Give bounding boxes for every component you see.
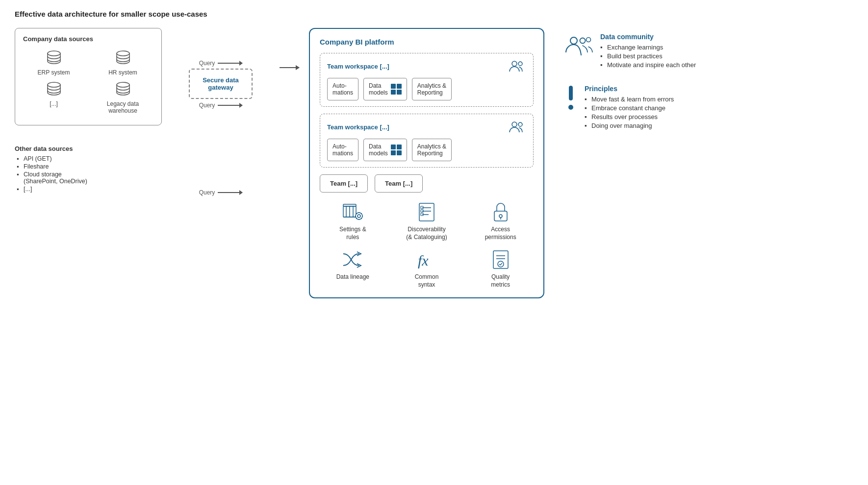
automations-item-2: Auto-mations [327, 139, 358, 161]
svg-point-38 [570, 37, 577, 44]
company-data-sources-box: Company data sources ERP system [15, 28, 162, 125]
legacy-label: Legacy data warehouse [92, 100, 153, 114]
workspace-1-title: Team workspace [...] [327, 63, 389, 70]
svg-rect-41 [569, 86, 573, 100]
community-bullet-2: Build best practices [600, 52, 696, 60]
access-permissions-icon-item: Accesspermissions [467, 201, 534, 241]
arrowhead-2 [239, 103, 243, 108]
shuffle-icon [341, 249, 364, 270]
data-lineage-icon-item: Data lineage [320, 249, 386, 289]
company-sources-title: Company data sources [23, 35, 153, 43]
settings-icon [341, 201, 364, 223]
principles-title: Principles [585, 85, 674, 93]
principles-bullets: Move fast & learn from errors Embrace co… [585, 96, 674, 129]
hr-label: HR system [108, 69, 137, 76]
svg-line-20 [357, 213, 357, 214]
query-arrow-2: Query [199, 102, 243, 109]
data-models-item-2: Datamodels [363, 139, 407, 161]
sq2 [397, 84, 402, 89]
certificate-icon [491, 249, 511, 270]
arrow-line-2 [218, 105, 242, 106]
bi-platform-title: Company BI platform [320, 38, 534, 46]
legacy-db-icon [114, 80, 132, 98]
team-2-label: Team [...] [385, 180, 412, 187]
other-sources-list: API (GET) Fileshare Cloud storage(ShareP… [15, 155, 162, 193]
team-1-label: Team [...] [330, 180, 357, 187]
fx-text: fx [418, 252, 429, 268]
svg-line-21 [361, 218, 362, 218]
platform-arrow-line [280, 67, 299, 68]
query-label-2: Query [199, 102, 215, 109]
platform-arrowhead [296, 65, 300, 70]
data-lineage-label: Data lineage [336, 273, 369, 281]
quality-metrics-icon-item: Qualitymetrics [467, 249, 534, 289]
principles-header: Principles Move fast & learn from errors… [564, 85, 853, 131]
quality-metrics-label: Qualitymetrics [491, 273, 510, 289]
workspace-2-title: Team workspace [...] [327, 123, 389, 131]
ellipsis-item: [...] [23, 80, 84, 114]
right-column: Data community Exchange learnings Build … [554, 28, 853, 146]
access-permissions-label: Accesspermissions [485, 226, 516, 241]
analytics-label-1: Analytics &Reporting [417, 82, 446, 96]
sq8 [397, 150, 402, 155]
data-community-bullets: Exchange learnings Build best practices … [600, 44, 696, 69]
team-workspace-2: Team workspace [...] Auto-mations Datamo… [320, 114, 534, 168]
discoverability-icon [417, 201, 436, 223]
hr-system-item: HR system [92, 48, 153, 76]
query-label-3: Query [199, 189, 215, 196]
svg-point-40 [587, 38, 591, 42]
svg-line-22 [361, 213, 362, 214]
arrowhead-1 [239, 61, 243, 66]
workspace-1-items: Auto-mations Datamodels Analytics &Repor… [327, 78, 526, 100]
lock-icon [491, 201, 510, 223]
gateway-box: Secure data gateway [189, 69, 253, 99]
community-bullet-1: Exchange learnings [600, 44, 696, 51]
automations-label-2: Auto-mations [332, 143, 353, 157]
data-community-content: Data community Exchange learnings Build … [600, 33, 696, 70]
workspace-2-items: Auto-mations Datamodels Analytics &Repor… [327, 139, 526, 161]
workspace-2-header: Team workspace [...] [327, 120, 526, 134]
arrow-line-3 [218, 192, 242, 193]
team-box-1: Team [...] [320, 174, 368, 193]
arrowhead-3 [239, 190, 243, 195]
automations-item-1: Auto-mations [327, 78, 358, 100]
sq4 [397, 90, 402, 95]
workspace-1-header: Team workspace [...] [327, 59, 526, 73]
fx-icon: fx [416, 249, 437, 270]
other-sources-box: Other data sources API (GET) Fileshare C… [15, 145, 162, 194]
other-source-api: API (GET) [17, 155, 162, 162]
sq1 [391, 84, 396, 89]
svg-rect-9 [343, 204, 356, 206]
data-models-label-2: Datamodels [369, 143, 388, 157]
data-community-header: Data community Exchange learnings Build … [564, 33, 853, 70]
sq5 [391, 145, 396, 149]
other-source-ellipsis: [...] [17, 186, 162, 193]
svg-point-7 [518, 122, 522, 126]
query-arrow-1: Query [199, 60, 243, 67]
data-community-section: Data community Exchange learnings Build … [564, 33, 853, 70]
ellipsis-db-icon [45, 80, 63, 98]
principle-bullet-1: Move fast & learn from errors [585, 96, 674, 103]
svg-line-23 [357, 218, 357, 218]
analytics-item-2: Analytics &Reporting [412, 139, 452, 161]
bi-platform-box: Company BI platform Team workspace [...]… [309, 28, 544, 298]
analytics-item-1: Analytics &Reporting [412, 78, 452, 100]
svg-point-4 [512, 61, 517, 66]
to-platform-arrow [280, 28, 299, 68]
svg-point-42 [568, 105, 573, 110]
common-syntax-icon-item: fx Commonsyntax [394, 249, 460, 289]
erp-label: ERP system [38, 69, 70, 76]
data-models-label-1: Datamodels [369, 82, 388, 96]
svg-point-3 [117, 82, 129, 87]
principle-bullet-4: Doing over managing [585, 122, 674, 129]
middle-flow: Query Secure data gateway Query Query [172, 28, 270, 196]
exclamation-icon [564, 85, 578, 112]
other-sources-title: Other data sources [15, 145, 162, 152]
people-icon-1 [509, 59, 526, 73]
query-arrow-3: Query [199, 189, 243, 196]
principle-bullet-2: Embrace constant change [585, 104, 674, 112]
svg-point-2 [48, 82, 60, 87]
discoverability-icon-item: Discoverability(& Cataloguing) [394, 201, 460, 241]
principles-content: Principles Move fast & learn from errors… [585, 85, 674, 131]
settings-icon-item: Settings &rules [320, 201, 386, 241]
